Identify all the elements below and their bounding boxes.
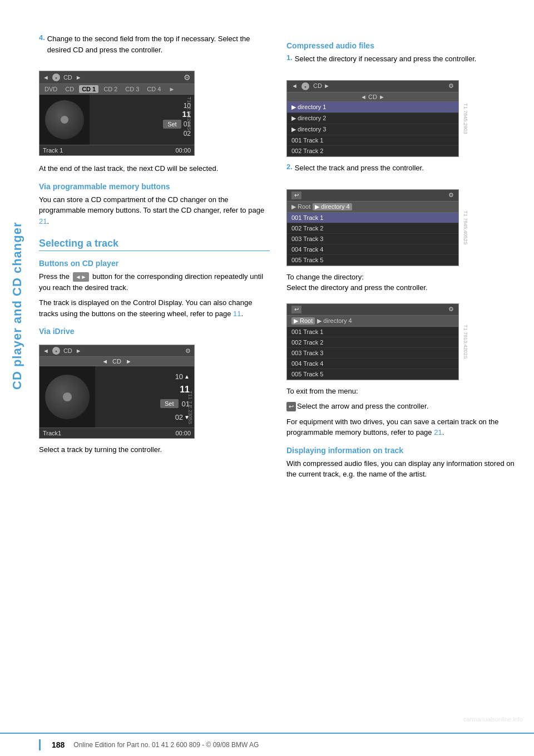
buttons-cd-text2: The track is displayed on the Control Di… [39,297,270,319]
screen2-disc [39,366,95,428]
screen1-cd-icon: ● [52,73,60,81]
screen1-nav-right: ► [76,74,82,81]
step-1-number: 1. [286,53,293,62]
screen1-cd-label: CD [63,74,72,81]
back-icon-1[interactable]: ↩ [291,192,301,199]
dir-screen-wrapper: ◄ ● CD ► ⚙ ◄ CD ► ▶ directory 1 ▶ direct… [286,75,459,163]
step-4-number: 4. [39,33,45,42]
screen2-footer-right: 00:00 [175,430,191,436]
via-prog-heading: Via programmable memory buttons [39,182,270,191]
steering-wheel-link[interactable]: 11 [233,310,241,318]
dir-screen-top: ◄ ● CD ► ⚙ [287,81,458,93]
dir-item-track2[interactable]: 002 Track 2 [287,146,458,156]
dir-item-2[interactable]: ▶ directory 2 [287,113,458,124]
prev-next-button[interactable]: ◄► [73,272,90,282]
track-screen2-back: ↩ [291,306,304,313]
disc-inner-1 [61,116,68,124]
cd-screen-1: ◄ ● CD ► ⚙ DVD CD CD 1 CD 2 CD 3 CD 4 ► [39,71,195,156]
main-content: 4. Change to the second field from the t… [39,33,517,733]
track-item-002-2[interactable]: 002 Track 2 [287,337,458,348]
displaying-info-text: With compressed audio files, you can dis… [286,458,517,480]
breadcrumb-root-2[interactable]: ▶ Root [291,317,315,325]
track-item-005-1[interactable]: 005 Track 5 [287,255,458,266]
tab-cd2[interactable]: CD 2 [101,85,120,93]
footer-copyright: Online Edition for Part no. 01 41 2 600 … [73,741,259,749]
tab-more[interactable]: ► [166,85,177,93]
track-screen1-top: ↩ ⚙ [287,190,458,202]
dir-item-1[interactable]: ▶ directory 1 [287,102,458,113]
track-item-001-1[interactable]: 001 Track 1 [287,213,458,223]
track-item-001-2[interactable]: 001 Track 1 [287,327,458,337]
track-item-005-2[interactable]: 005 Track 5 [287,369,458,380]
page-footer: 188 Online Edition for Part no. 01 41 2 … [0,733,534,756]
track-screen-1: ↩ ⚙ ▶ Root ▶ directory 4 001 Track 1 002… [286,189,459,266]
track-item-002-1[interactable]: 002 Track 2 [287,223,458,234]
disc-circle-1 [45,100,84,139]
dir-top-nav: ◄ ● CD ► [291,82,330,91]
footer-bar [39,739,41,750]
large-disc-inner [63,392,72,401]
screen2-body: 10▲ 11 Set 01 02▼ T11 7.E.2305S [39,366,194,428]
screen2-sub-bar: ◄ CD ► [39,357,194,366]
track-breadcrumb-1: ▶ Root ▶ directory 4 [287,202,458,213]
screen2-cd-icon: ● [52,347,60,355]
breadcrumb-dir4-1[interactable]: ▶ directory 4 [313,203,352,210]
breadcrumb-root-1[interactable]: ▶ Root [291,203,310,210]
tab-dvd[interactable]: DVD [42,85,60,93]
tab-cd[interactable]: CD [62,85,77,93]
dir-screen-sub: ◄ CD ► [287,92,458,102]
via-idrive-heading: Via iDrive [39,327,270,336]
screen1-track-info: 10 11 Set 01 02 [90,95,194,145]
step-4-text: Change to the second field from the top … [47,33,270,55]
dir-item-track2-label: 002 Track 2 [291,148,323,154]
screen1-footer-right: 00:00 [175,147,191,154]
tab-cd4[interactable]: CD 4 [144,85,164,93]
back-icon-2[interactable]: ↩ [291,306,301,313]
dir-screen: ◄ ● CD ► ⚙ ◄ CD ► ▶ directory 1 ▶ direct… [286,80,459,158]
track-item-003-1[interactable]: 003 Track 3 [287,234,458,244]
set-and-01-row: Set 01 [160,398,190,409]
selecting-track-heading: Selecting a track [39,238,270,251]
screen2-nav-left: ◄ [43,347,49,354]
via-prog-link[interactable]: 21 [39,217,47,225]
large-disc-circle [45,375,90,419]
via-prog-text: You can store a CD compartment of the CD… [39,194,270,227]
dir-screen-side-label: T1 7845.2903 [463,103,468,134]
track-numbers-1: 10 11 Set 01 02 [93,102,191,138]
tab-cd1[interactable]: CD 1 [79,85,98,93]
screen2-cd-label: CD [63,347,72,354]
exit-text-3: For equipment with two drives, you can s… [286,416,517,438]
dir-item-2-label: ▶ directory 2 [291,115,326,122]
screen2-sub-nav-left: ◄ [102,358,108,365]
displaying-info-heading: Displaying information on track [286,446,517,455]
track-screen2-settings: ⚙ [448,306,454,313]
dir-item-3-label: ▶ directory 3 [291,126,326,133]
track-item-003-2[interactable]: 003 Track 3 [287,348,458,359]
screen1-nav-left: ◄ [43,74,49,81]
dir-item-track1[interactable]: 001 Track 1 [287,135,458,146]
step-4-row: 4. Change to the second field from the t… [39,33,270,61]
breadcrumb-dir4-2[interactable]: ▶ directory 4 [317,317,352,325]
tab-cd3[interactable]: CD 3 [122,85,142,93]
step-1-row: 1. Select the directory if necessary and… [286,53,517,70]
step-2-text: Select the track and press the controlle… [295,163,424,174]
sidebar-label: CD player and CD changer [10,56,24,390]
dir-item-3[interactable]: ▶ directory 3 [287,124,458,135]
exit-text-2: ↩Select the arrow and press the controll… [286,401,517,412]
buttons-cd-text: Press the ◄► button for the correspondin… [39,271,270,293]
dir-cd-icon: ● [301,82,309,90]
at-end-text: At the end of the last track, the next C… [39,163,270,174]
track-breadcrumb-2: ▶ Root ▶ directory 4 [287,316,458,327]
exit-back-arrow[interactable]: ↩ [286,402,296,411]
set-button-2[interactable]: Set [160,399,179,408]
track-item-004-2[interactable]: 004 Track 4 [287,359,458,369]
screen2-settings-icon: ⚙ [185,347,191,355]
dir-settings-icon: ⚙ [448,82,454,90]
track-item-004-1[interactable]: 004 Track 4 [287,244,458,255]
track-screen1-settings: ⚙ [448,192,454,199]
track-screen-2: ↩ ⚙ ▶ Root ▶ directory 4 001 Track 1 002… [286,303,459,380]
screen2-wrapper: ◄ ● CD ► ⚙ ◄ CD ► [39,339,195,444]
set-button-1[interactable]: Set [163,120,181,129]
exit-page-link[interactable]: 21 [434,428,442,436]
screen1-side-label: T11 2.E.2203S [186,97,192,130]
